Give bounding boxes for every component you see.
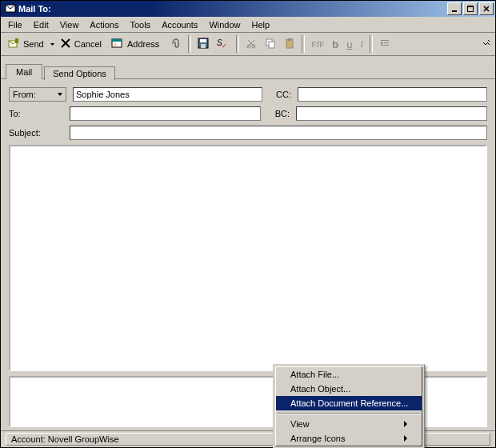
toolbar: Send Cancel Address S✓ FfF b u i	[1, 33, 495, 56]
ctx-arrange-icons[interactable]: Arrange Icons	[276, 431, 422, 446]
cancel-label: Cancel	[74, 39, 102, 49]
tab-strip: Mail Send Options	[1, 56, 495, 79]
window-title: Mail To:	[18, 4, 446, 14]
underline-button[interactable]: u	[343, 35, 355, 53]
minimize-button[interactable]	[447, 2, 462, 15]
svg-text:✓: ✓	[222, 42, 227, 49]
send-button[interactable]: Send	[4, 35, 49, 53]
bc-label: BC:	[267, 109, 290, 118]
toolbar-overflow[interactable]	[479, 35, 492, 53]
copy-button[interactable]	[262, 35, 279, 53]
send-icon	[7, 37, 20, 51]
indent-button[interactable]	[376, 35, 394, 53]
paste-icon	[284, 38, 295, 50]
svg-rect-21	[384, 42, 389, 43]
menu-edit[interactable]: Edit	[28, 18, 54, 31]
titlebar[interactable]: Mail To:	[1, 1, 495, 17]
italic-button[interactable]: i	[357, 35, 366, 53]
svg-rect-3	[467, 6, 474, 7]
send-label: Send	[23, 39, 44, 49]
ctx-attach-file[interactable]: Attach File...	[276, 367, 422, 382]
disk-icon	[198, 38, 209, 50]
svg-rect-1	[452, 10, 457, 12]
close-button[interactable]	[479, 2, 494, 15]
cancel-button[interactable]: Cancel	[57, 35, 106, 53]
svg-rect-5	[15, 38, 18, 43]
submenu-arrow-icon	[404, 435, 407, 442]
mail-window: Mail To: File Edit View Actions Tools Ac…	[0, 0, 496, 448]
svg-rect-11	[201, 44, 206, 48]
tab-send-options[interactable]: Send Options	[44, 66, 115, 80]
menu-window[interactable]: Window	[203, 18, 246, 31]
send-dropdown[interactable]	[50, 35, 55, 53]
svg-point-8	[114, 43, 117, 46]
spellcheck-button[interactable]: S✓	[214, 35, 233, 53]
menu-file[interactable]: File	[2, 18, 28, 31]
svg-rect-17	[269, 42, 274, 48]
address-button[interactable]: Address	[108, 35, 164, 53]
cc-label: CC:	[269, 90, 291, 99]
svg-rect-22	[381, 45, 389, 46]
spellcheck-icon: S✓	[217, 38, 230, 50]
paste-button[interactable]	[281, 35, 298, 53]
ctx-separator	[278, 413, 420, 414]
header-fields: From: CC: To: BC: Subject:	[1, 79, 495, 145]
ctx-attach-doc-ref[interactable]: Attach Document Reference...	[276, 396, 422, 410]
window-controls	[446, 2, 494, 15]
cc-input[interactable]	[298, 87, 487, 102]
ctx-view[interactable]: View	[276, 417, 422, 431]
font-button[interactable]: FfF	[308, 35, 327, 53]
tab-mail[interactable]: Mail	[6, 64, 42, 79]
menu-tools[interactable]: Tools	[124, 18, 156, 31]
menu-view[interactable]: View	[54, 18, 85, 31]
svg-rect-10	[200, 39, 206, 42]
address-label: Address	[127, 39, 159, 49]
copy-icon	[265, 38, 276, 50]
save-button[interactable]	[194, 35, 212, 53]
bold-icon: b	[332, 38, 338, 50]
cut-button[interactable]	[242, 35, 260, 53]
subject-label: Subject:	[9, 128, 63, 138]
maximize-button[interactable]	[463, 2, 478, 15]
bold-button[interactable]: b	[329, 35, 342, 53]
bc-input[interactable]	[296, 106, 487, 121]
menu-accounts[interactable]: Accounts	[156, 18, 203, 31]
context-menu: Attach File... Attach Object... Attach D…	[273, 364, 425, 448]
scissors-icon	[246, 38, 257, 50]
app-icon	[2, 2, 18, 15]
to-input[interactable]	[70, 106, 261, 121]
underline-icon: u	[346, 38, 352, 50]
submenu-arrow-icon	[404, 421, 407, 427]
from-input[interactable]	[73, 87, 262, 102]
ctx-attach-object[interactable]: Attach Object...	[276, 382, 422, 396]
subject-input[interactable]	[70, 126, 487, 140]
separator	[370, 35, 373, 53]
svg-rect-7	[112, 39, 122, 42]
message-body[interactable]	[9, 145, 487, 371]
to-label: To:	[9, 109, 63, 118]
address-icon	[111, 38, 124, 50]
paperclip-icon	[169, 37, 182, 51]
font-icon: FfF	[311, 39, 324, 49]
attach-button[interactable]	[166, 35, 185, 53]
from-label[interactable]: From:	[9, 87, 66, 102]
separator	[302, 35, 305, 53]
svg-rect-20	[381, 40, 389, 41]
chevron-down-icon	[58, 93, 62, 96]
separator	[236, 35, 239, 53]
separator	[188, 35, 191, 53]
menu-help[interactable]: Help	[246, 18, 276, 31]
menu-actions[interactable]: Actions	[84, 18, 124, 31]
svg-rect-19	[288, 38, 291, 41]
menubar: File Edit View Actions Tools Accounts Wi…	[1, 17, 495, 33]
cancel-icon	[60, 38, 71, 50]
indent-icon	[379, 38, 390, 50]
italic-icon: i	[360, 38, 363, 50]
